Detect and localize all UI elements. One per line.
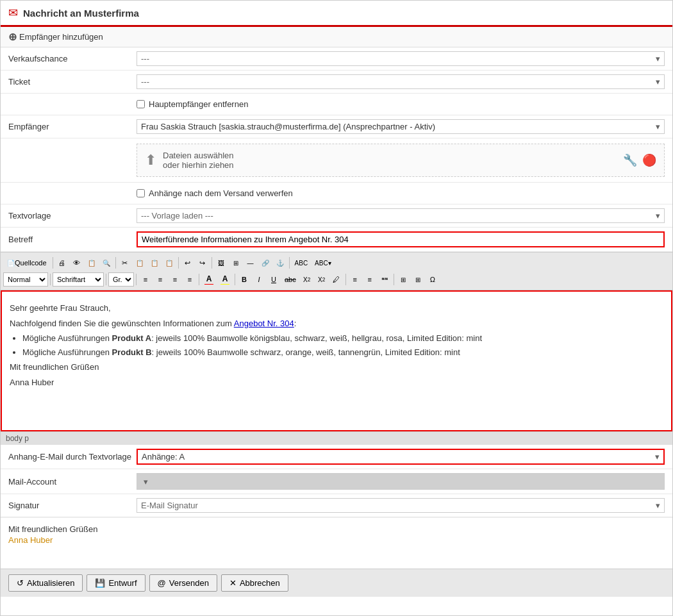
blockquote-button[interactable]: ❝❝ — [378, 272, 392, 287]
align-justify-button[interactable]: ≡ — [183, 272, 197, 287]
bold-button[interactable]: B — [237, 272, 251, 287]
undo-button[interactable]: ↩ — [181, 256, 195, 270]
spell-check-button[interactable]: ABC — [292, 256, 312, 270]
align-right-button[interactable]: ≡ — [168, 272, 182, 287]
attachment-control: ⬆ Dateien auswählen oder hierhin ziehen … — [137, 141, 665, 179]
editor-content: Sehr geehrte Frau Strauch, Nachfolgend f… — [10, 302, 663, 388]
preview-button[interactable]: 👁 — [70, 256, 84, 270]
abbrechen-button[interactable]: ✕ Abbrechen — [221, 574, 288, 592]
subscript-button[interactable]: X2 — [300, 272, 314, 287]
angebot-link[interactable]: Angebot Nr. 304 — [234, 319, 294, 328]
paragraph-format-select[interactable]: Normal — [3, 272, 48, 287]
author-name: Anna Huber — [10, 376, 663, 389]
versenden-button[interactable]: @ Versenden — [149, 574, 217, 592]
ticket-control: --- ▾ — [137, 74, 665, 89]
ticket-select[interactable]: --- ▾ — [137, 74, 665, 89]
verkaufschance-value: --- — [141, 54, 653, 63]
toolbar-row2: Normal Schriftart Gr... ≡ ≡ ≡ ≡ A A — [3, 271, 670, 288]
italic-button[interactable]: I — [252, 272, 266, 287]
delete-icon[interactable]: 🔴 — [642, 153, 656, 167]
cut-button[interactable]: ✂ — [118, 256, 132, 270]
attachment-tools: 🔧 🔴 — [623, 153, 656, 167]
signatur-row: Signatur E-Mail Signatur ▾ — [1, 494, 672, 517]
anhang-label: Anhang-E-Mail durch Textvorlage — [8, 452, 137, 462]
empfaenger-label: Empfänger — [8, 122, 137, 131]
highlight-color-button[interactable]: A — [217, 272, 233, 287]
bottom-section: Anhang-E-Mail durch Textvorlage Anhänge:… — [1, 445, 672, 569]
chevron-down-icon: ▾ — [656, 211, 660, 221]
spell-check-dropdown[interactable]: ABC▾ — [312, 256, 335, 270]
betreff-input[interactable] — [137, 231, 665, 247]
anhaenge-verwerfen-checkbox[interactable] — [137, 189, 145, 197]
anhaenge-verwerfen-row: Anhänge nach dem Versand verwerfen — [1, 183, 672, 204]
intro-text: Nachfolgend finden Sie die gewünschten I… — [10, 317, 663, 330]
anhang-control: Anhänge: A ▾ — [137, 449, 665, 465]
hauptempfaenger-checkbox[interactable] — [137, 100, 145, 108]
textvorlage-control: --- Vorlage laden --- ▾ — [137, 208, 665, 223]
unordered-list-button[interactable]: ≡ — [348, 272, 362, 287]
toolbar-sep8 — [136, 274, 137, 285]
redo-button[interactable]: ↪ — [195, 256, 210, 270]
font-color-a: A — [206, 274, 212, 283]
editor-area[interactable]: Sehr geehrte Frau Strauch, Nachfolgend f… — [1, 290, 672, 431]
aktualisieren-button[interactable]: ↺ Aktualisieren — [8, 574, 83, 592]
strikethrough-button[interactable]: abc — [281, 272, 299, 287]
copy-button[interactable]: 📋 — [133, 256, 147, 270]
textvorlage-select[interactable]: --- Vorlage laden --- ▾ — [137, 208, 665, 223]
list-item-1: Mögliche Ausführungen Produkt A: jeweils… — [22, 332, 663, 345]
insert-anchor-button[interactable]: ⚓ — [273, 256, 287, 270]
empfaenger-select[interactable]: Frau Saskia Strauch [saskia.strauch@must… — [137, 119, 665, 134]
refresh-icon: ↺ — [17, 578, 24, 588]
insert-media-button[interactable]: ⊞ — [411, 272, 425, 287]
paste-text-button[interactable]: 📋 — [162, 256, 176, 270]
source-button[interactable]: 📄 Quellcode — [3, 256, 51, 270]
anhang-row: Anhang-E-Mail durch Textvorlage Anhänge:… — [1, 445, 672, 469]
attachment-dropzone[interactable]: ⬆ Dateien auswählen oder hierhin ziehen … — [137, 144, 665, 177]
align-center-button[interactable]: ≡ — [153, 272, 167, 287]
special-chars-button[interactable]: Ω — [426, 272, 440, 287]
betreff-control — [137, 231, 665, 247]
footer-buttons: ↺ Aktualisieren 💾 Entwurf @ Versenden ✕ … — [1, 569, 672, 597]
ordered-list-button[interactable]: ≡ — [363, 272, 377, 287]
paste-button[interactable]: 📋 — [147, 256, 162, 270]
mail-account-select[interactable]: ▾ — [137, 473, 665, 490]
insert-line-button[interactable]: — — [244, 256, 258, 270]
toolbar-sep6 — [50, 274, 51, 285]
add-recipient-label: Empfänger hinzufügen — [19, 32, 103, 42]
superscript-button[interactable]: X2 — [315, 272, 329, 287]
greeting-text: Sehr geehrte Frau Strauch, — [10, 302, 663, 315]
attachment-row: ⬆ Dateien auswählen oder hierhin ziehen … — [1, 138, 672, 183]
betreff-row: Betreff — [1, 228, 672, 252]
document-icon: 📄 — [7, 260, 15, 267]
font-size-select[interactable]: Gr... — [108, 272, 134, 287]
verkaufschance-label: Verkaufschance — [8, 54, 137, 63]
signatur-select[interactable]: E-Mail Signatur ▾ — [137, 498, 665, 513]
font-color-button[interactable]: A — [201, 272, 217, 287]
mail-account-row: Mail-Account ▾ — [1, 469, 672, 494]
verkaufschance-select[interactable]: --- ▾ — [137, 51, 665, 66]
empfaenger-row: Empfänger Frau Saskia Strauch [saskia.st… — [1, 115, 672, 138]
empfaenger-control: Frau Saskia Strauch [saskia.strauch@must… — [137, 119, 665, 134]
attachment-text: Dateien auswählen oder hierhin ziehen — [163, 151, 234, 170]
insert-link-button[interactable]: 🔗 — [258, 256, 272, 270]
add-recipient-button[interactable]: ⊕ Empfänger hinzufügen — [8, 31, 103, 43]
anhang-select[interactable]: Anhänge: A ▾ — [137, 449, 665, 465]
closing-text: Mit freundlichen Grüßen — [10, 361, 663, 374]
templates-button[interactable]: 📋 — [85, 256, 99, 270]
insert-image-button[interactable]: 🖼 — [214, 256, 228, 270]
betreff-label: Betreff — [8, 235, 137, 244]
insert-table2-button[interactable]: ⊞ — [396, 272, 410, 287]
align-left-button[interactable]: ≡ — [138, 272, 153, 287]
underline-button[interactable]: U — [267, 272, 281, 287]
insert-table-button[interactable]: ⊞ — [229, 256, 243, 270]
anhaenge-verwerfen-text: Anhänge nach dem Versand verwerfen — [149, 188, 293, 198]
find-button[interactable]: 🔍 — [99, 256, 113, 270]
entwurf-button[interactable]: 💾 Entwurf — [87, 574, 145, 592]
wrench-icon[interactable]: 🔧 — [623, 153, 637, 167]
clear-format-button[interactable]: 🖊 — [329, 272, 344, 287]
font-family-select[interactable]: Schriftart — [53, 272, 104, 287]
hauptempfaenger-checkbox-row: Hauptempfänger entfernen — [137, 99, 665, 109]
print-button[interactable]: 🖨 — [55, 256, 69, 270]
sig-closing: Mit freundlichen Grüßen — [8, 524, 665, 534]
textvorlage-value: --- Vorlage laden --- — [141, 211, 653, 221]
